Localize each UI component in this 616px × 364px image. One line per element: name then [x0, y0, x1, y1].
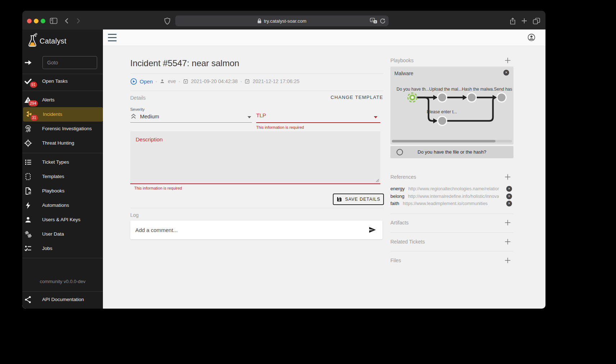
- close-window-button[interactable]: [27, 19, 32, 23]
- back-icon[interactable]: [63, 17, 71, 24]
- svg-text:x: x: [375, 20, 376, 23]
- flow-scrollbar-thumb[interactable]: [392, 140, 495, 142]
- divider: [22, 91, 103, 91]
- brand-title: Catalyst: [40, 34, 67, 48]
- add-playbook-button[interactable]: [504, 57, 511, 64]
- sidebar-item-user-data[interactable]: User Data: [22, 227, 103, 241]
- crosshair-icon: [24, 139, 32, 147]
- fingerprint-icon: [24, 124, 32, 133]
- browser-titlebar: try.catalyst-soar.com Ax: [22, 11, 545, 30]
- catalyst-logo-flask-icon: [27, 33, 38, 49]
- resize-handle-icon[interactable]: [375, 178, 379, 182]
- tlp-dropdown-caret[interactable]: [374, 116, 377, 118]
- hamburger-menu-icon[interactable]: [108, 34, 117, 41]
- severity-dropdown-caret[interactable]: [248, 116, 251, 118]
- task-question: Do you have the file or the hash?: [390, 146, 513, 158]
- sidebar-item-templates[interactable]: Templates: [22, 169, 103, 184]
- app-version: community v0.0.0-dev: [22, 279, 103, 284]
- sidebar-item-incidents[interactable]: 31 Incidents: [23, 107, 103, 122]
- forward-icon[interactable]: [74, 17, 82, 24]
- translate-icon[interactable]: Ax: [370, 18, 377, 24]
- divider: [390, 214, 513, 214]
- share-icon[interactable]: [509, 17, 517, 24]
- reference-url[interactable]: https://www.leadimplement.io/communities: [403, 201, 488, 206]
- sidebar-item-forensic-investigations[interactable]: Forensic Investigations: [22, 122, 103, 136]
- tabs-overview-icon[interactable]: [533, 17, 540, 24]
- sidebar-item-open-tasks[interactable]: 91 Open Tasks: [22, 74, 103, 88]
- comment-input[interactable]: [130, 220, 363, 239]
- shield-icon[interactable]: [164, 17, 172, 24]
- reload-icon[interactable]: [380, 18, 386, 24]
- description-textarea[interactable]: Description: [130, 131, 380, 184]
- sidebar-item-automations[interactable]: Automations: [22, 198, 103, 213]
- dashed-file-icon: [24, 172, 32, 181]
- change-template-button[interactable]: CHANGE TEMPLATE: [331, 95, 383, 100]
- flow-scrollbar[interactable]: [392, 140, 512, 142]
- zoom-window-button[interactable]: [41, 19, 45, 23]
- severity-select[interactable]: Medium: [130, 113, 159, 119]
- divider: [22, 291, 103, 292]
- add-related-ticket-button[interactable]: [504, 238, 511, 245]
- created-value: 2021-09-20 04:42:38: [191, 78, 238, 84]
- comment-box: [130, 220, 382, 239]
- list-icon: [24, 158, 32, 167]
- add-reference-button[interactable]: [504, 173, 511, 181]
- remove-reference-icon[interactable]: ×: [506, 194, 512, 199]
- sidebar-item-ticket-types[interactable]: Ticket Types: [22, 155, 103, 169]
- remove-reference-icon[interactable]: ×: [506, 186, 512, 192]
- sidebar: Catalyst 91 Open Tasks: [22, 29, 103, 309]
- reference-row: belong http://www.internalredefine.info/…: [390, 192, 513, 200]
- sidebar-item-api-documentation[interactable]: API Documentation: [22, 292, 103, 307]
- person-icon: [24, 215, 32, 224]
- save-details-button[interactable]: SAVE DETAILS: [333, 194, 384, 205]
- ticket-status-row: Open · eve · 2021-09-20 04:42:38 · 2021-…: [130, 77, 299, 86]
- sidebar-item-alerts[interactable]: 294 Alerts: [22, 93, 103, 107]
- account-icon[interactable]: [527, 33, 535, 41]
- modified-value: 2021-12-12 17:06:25: [253, 78, 299, 84]
- app-header: [103, 29, 545, 46]
- sidebar-item-users-api-keys[interactable]: Users & API Keys: [22, 213, 103, 227]
- sidebar-item-jobs[interactable]: Jobs: [22, 241, 103, 256]
- playbook-task-row[interactable]: Do you have the file or the hash?: [390, 146, 513, 158]
- description-label: Description: [136, 136, 163, 142]
- reference-url[interactable]: http://www.regionaltechnologies.name/rel…: [408, 186, 499, 191]
- playbook-flow-diagram[interactable]: [390, 67, 513, 145]
- modified-icon: [244, 78, 250, 84]
- send-icon[interactable]: [368, 226, 377, 234]
- severity-underline: [130, 122, 252, 123]
- minimize-window-button[interactable]: [34, 19, 38, 23]
- severity-value: Medium: [140, 113, 159, 119]
- divider: [390, 251, 513, 251]
- files-heading: Files: [390, 258, 401, 263]
- save-icon: [336, 196, 342, 202]
- reference-url[interactable]: http://www.internalredefine.info/holisti…: [408, 194, 499, 199]
- sidebar-toggle-icon[interactable]: [50, 17, 58, 24]
- address-bar[interactable]: try.catalyst-soar.com Ax: [175, 15, 389, 26]
- status-value[interactable]: Open: [140, 78, 153, 85]
- reference-name: faith: [390, 201, 399, 206]
- tlp-label[interactable]: TLP: [256, 112, 266, 118]
- tlp-required-message: This information is required: [256, 125, 304, 129]
- log-heading: Log: [130, 212, 139, 218]
- lock-icon: [257, 18, 262, 23]
- checklist-icon: [24, 244, 32, 253]
- divider: [130, 91, 383, 91]
- owner-value: eve: [168, 78, 176, 84]
- file-gear-icon: [24, 187, 32, 195]
- remove-reference-icon[interactable]: ×: [506, 201, 512, 206]
- add-file-button[interactable]: [504, 257, 511, 264]
- divider: [22, 153, 103, 153]
- svg-text:A: A: [371, 19, 373, 22]
- new-tab-icon[interactable]: [521, 17, 529, 24]
- open-tasks-badge: 91: [30, 82, 37, 88]
- reference-row: faith https://www.leadimplement.io/commu…: [390, 200, 513, 207]
- sidebar-item-threat-hunting[interactable]: Threat Hunting: [22, 136, 103, 150]
- goto-input[interactable]: [42, 56, 97, 69]
- add-artifact-button[interactable]: [504, 219, 511, 226]
- open-status-icon[interactable]: [130, 78, 137, 85]
- alerts-badge: 294: [28, 100, 38, 106]
- playbooks-heading: Playbooks: [390, 58, 414, 63]
- reference-row: energy http://www.regionaltechnologies.n…: [390, 185, 513, 192]
- divider: [390, 232, 513, 233]
- sidebar-item-playbooks[interactable]: Playbooks: [22, 184, 103, 198]
